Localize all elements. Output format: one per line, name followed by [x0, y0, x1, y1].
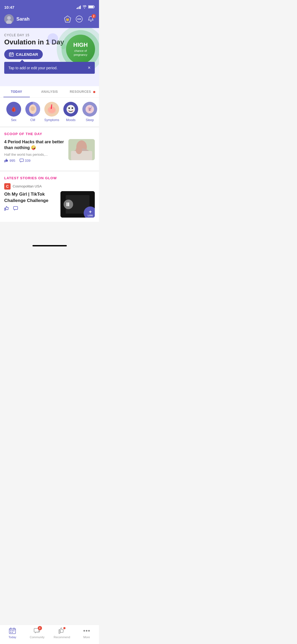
like-count: 995	[10, 159, 15, 163]
source-name: Cosmopolitan USA	[13, 184, 42, 188]
crown-icon[interactable]: 👑	[64, 15, 72, 23]
track-moods[interactable]: Moods	[61, 102, 80, 122]
article-card[interactable]: 4 Period Hacks that are better than noth…	[4, 139, 95, 163]
notification-badge: 2	[92, 14, 96, 18]
svg-point-29	[72, 110, 73, 111]
track-cm[interactable]: CM	[23, 102, 42, 122]
comment-stat[interactable]: 339	[20, 159, 31, 163]
tooltip-close[interactable]: ×	[88, 65, 91, 71]
svg-point-4	[7, 16, 11, 20]
symptoms-label: Symptoms	[44, 118, 59, 122]
story-image: + LOG	[60, 191, 95, 218]
source-row: C Cosmopolitan USA	[4, 183, 95, 190]
svg-rect-2	[94, 6, 95, 7]
svg-point-39	[76, 146, 82, 154]
article-desc: Half the world has periods,...	[4, 153, 65, 157]
story-card[interactable]: Oh My Girl | TikTok Challenge Challenge …	[4, 191, 95, 218]
resources-dot	[93, 91, 95, 93]
scoop-section: SCOOP OF THE DAY 4 Period Hacks that are…	[0, 128, 99, 170]
svg-point-28	[68, 110, 69, 111]
svg-rect-1	[89, 6, 93, 8]
hero-section: HIGH chance ofpregnancy CYCLE DAY 15 Ovu…	[0, 28, 99, 86]
stories-title: LATEST STORIES ON GLOW	[4, 176, 95, 180]
svg-rect-20	[11, 55, 11, 56]
moods-icon	[63, 102, 78, 117]
status-bar: 10:47	[0, 0, 99, 12]
track-symptoms[interactable]: Symptoms	[42, 102, 61, 122]
svg-rect-18	[12, 54, 12, 55]
svg-rect-17	[11, 54, 11, 55]
tooltip-text: Tap to add or edit your period.	[8, 66, 58, 70]
svg-rect-44	[68, 203, 69, 206]
story-like[interactable]	[4, 206, 9, 211]
article-stats: 995 339	[4, 159, 65, 163]
wifi-icon	[82, 5, 87, 9]
fertility-level: HIGH	[73, 42, 88, 48]
cm-label: CM	[30, 118, 35, 122]
fertility-text: chance ofpregnancy	[74, 49, 87, 57]
calendar-button[interactable]: CALENDAR	[4, 49, 43, 59]
header: Sarah 👑 2	[0, 12, 99, 28]
svg-point-9	[77, 19, 78, 20]
svg-rect-19	[10, 55, 10, 56]
battery-icon	[88, 5, 95, 9]
sex-label: Sex	[11, 118, 17, 122]
signal-icon	[77, 5, 81, 9]
comment-count: 339	[25, 159, 31, 163]
calendar-label: CALENDAR	[16, 52, 38, 57]
play-button[interactable]	[64, 200, 73, 209]
tab-analysis[interactable]: ANALYSIS	[33, 86, 66, 97]
chat-icon[interactable]	[75, 15, 83, 23]
article-image	[68, 139, 95, 160]
story-title: Oh My Girl | TikTok Challenge Challenge	[4, 191, 57, 204]
stories-section: LATEST STORIES ON GLOW C Cosmopolitan US…	[0, 172, 99, 222]
svg-point-25	[67, 105, 75, 113]
status-icons	[77, 5, 95, 9]
log-plus: +	[89, 209, 92, 214]
sleep-icon: z z z	[82, 102, 97, 117]
article-title: 4 Period Hacks that are better than noth…	[4, 139, 65, 151]
avatar[interactable]	[4, 14, 14, 24]
article-text: 4 Period Hacks that are better than noth…	[4, 139, 65, 163]
track-sleep[interactable]: z z z Sleep	[80, 102, 99, 122]
tab-resources[interactable]: RESOURCES	[66, 86, 99, 97]
bubble-inner: HIGH chance ofpregnancy	[66, 35, 95, 64]
story-text: Oh My Girl | TikTok Challenge Challenge	[4, 191, 57, 218]
svg-point-26	[68, 107, 70, 109]
sex-icon	[6, 102, 21, 117]
tabs: TODAY ANALYSIS RESOURCES	[0, 86, 99, 98]
moods-label: Moods	[66, 118, 76, 122]
scoop-title: SCOOP OF THE DAY	[4, 132, 95, 136]
home-indicator	[32, 245, 67, 246]
log-label: LOG	[88, 214, 93, 217]
svg-text:👑: 👑	[66, 17, 69, 21]
source-logo: C	[4, 183, 11, 190]
sleep-label: Sleep	[86, 118, 94, 122]
svg-rect-40	[13, 207, 18, 210]
like-stat[interactable]: 995	[4, 159, 15, 163]
svg-point-27	[72, 107, 73, 109]
period-tooltip[interactable]: Tap to add or edit your period. ×	[4, 62, 95, 74]
tab-today[interactable]: TODAY	[0, 86, 33, 97]
svg-rect-16	[10, 54, 10, 55]
svg-rect-43	[67, 203, 68, 206]
track-sex[interactable]: Sex	[4, 102, 23, 122]
svg-rect-34	[20, 159, 23, 162]
symptoms-icon	[44, 102, 59, 117]
status-time: 10:47	[4, 5, 14, 10]
story-stats	[4, 206, 57, 211]
header-icons: 👑 2	[64, 15, 95, 23]
svg-point-10	[79, 19, 80, 20]
user-name: Sarah	[16, 16, 30, 22]
track-section: Sex CM Symptoms	[0, 98, 99, 126]
cm-icon	[25, 102, 40, 117]
header-left: Sarah	[4, 14, 30, 24]
story-comment[interactable]	[13, 206, 18, 211]
svg-point-11	[80, 19, 81, 20]
notification-icon[interactable]: 2	[87, 15, 95, 23]
svg-text:z: z	[91, 105, 92, 108]
